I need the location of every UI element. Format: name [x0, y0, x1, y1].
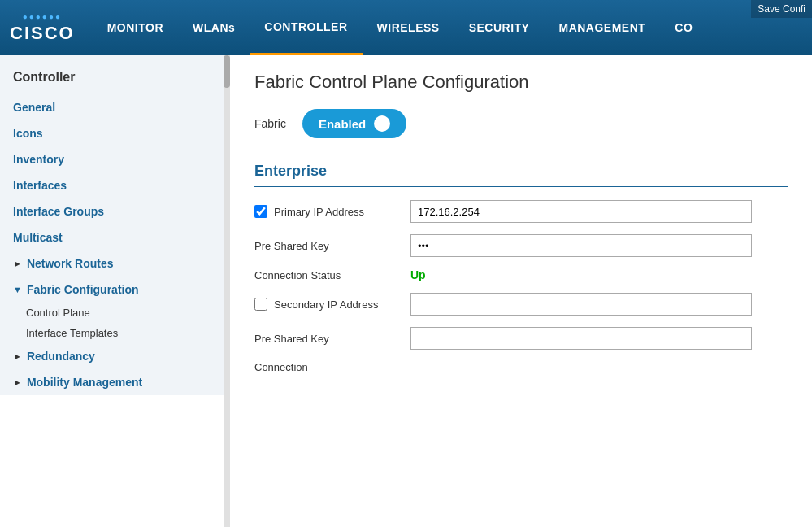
nav-security[interactable]: SECURITY — [454, 0, 545, 55]
nav-management[interactable]: MANAGEMENT — [544, 0, 660, 55]
secondary-psk-row: Pre Shared Key — [254, 327, 788, 350]
fabric-row: Fabric Enabled — [254, 109, 788, 138]
sidebar-item-icons[interactable]: Icons — [0, 120, 229, 146]
secondary-checkbox[interactable] — [254, 298, 267, 311]
sidebar-item-interfaces[interactable]: Interfaces — [0, 172, 229, 198]
secondary-psk-label: Pre Shared Key — [254, 333, 401, 345]
connection2-label: Connection — [254, 361, 401, 373]
enterprise-divider — [254, 186, 788, 187]
primary-ip-label: Primary IP Address — [274, 206, 364, 218]
page-title: Fabric Control Plane Configuration — [254, 72, 788, 93]
primary-psk-row: Pre Shared Key — [254, 234, 788, 257]
primary-psk-input[interactable] — [410, 234, 752, 257]
main-layout: Controller General Icons Inventory Inter… — [0, 55, 812, 527]
connection-status-value: Up — [410, 268, 426, 281]
fabric-config-arrow: ▼ — [13, 285, 22, 294]
save-config-link[interactable]: Save Confi — [751, 0, 812, 18]
redundancy-arrow: ► — [13, 351, 22, 361]
connection-status-row: Connection Status Up — [254, 268, 788, 281]
sidebar-subitem-interface-templates[interactable]: Interface Templates — [0, 323, 229, 343]
fabric-label: Fabric — [254, 117, 286, 130]
sidebar: Controller General Icons Inventory Inter… — [0, 55, 230, 527]
primary-ip-label-group: Primary IP Address — [254, 205, 401, 218]
sidebar-item-inventory[interactable]: Inventory — [0, 146, 229, 172]
scrollbar-track — [224, 55, 230, 527]
nav-controller[interactable]: CONTROLLER — [250, 0, 362, 55]
secondary-ip-row: Secondary IP Address — [254, 293, 788, 316]
nav-wireless[interactable]: WIRELESS — [363, 0, 454, 55]
content-area: Fabric Control Plane Configuration Fabri… — [230, 55, 812, 527]
sidebar-item-fabric-configuration[interactable]: ▼ Fabric Configuration — [0, 277, 229, 303]
top-nav: MONITOR WLANs CONTROLLER WIRELESS SECURI… — [93, 0, 812, 55]
secondary-ip-label-group: Secondary IP Address — [254, 298, 401, 311]
connection-status-label: Connection Status — [254, 269, 401, 281]
top-bar: ●●●●●● CISCO MONITOR WLANs CONTROLLER WI… — [0, 0, 812, 55]
cisco-logo: ●●●●●● CISCO — [0, 12, 85, 44]
sidebar-item-redundancy[interactable]: ► Redundancy — [0, 343, 229, 369]
nav-co[interactable]: CO — [660, 0, 707, 55]
secondary-psk-input[interactable] — [410, 327, 752, 350]
sidebar-item-general[interactable]: General — [0, 94, 229, 120]
connection2-row: Connection — [254, 361, 788, 373]
nav-monitor[interactable]: MONITOR — [93, 0, 178, 55]
sidebar-item-interface-groups[interactable]: Interface Groups — [0, 198, 229, 224]
mobility-arrow: ► — [13, 377, 22, 387]
primary-ip-input[interactable] — [410, 200, 752, 223]
toggle-circle-icon — [374, 115, 390, 132]
cisco-text: CISCO — [10, 23, 75, 44]
sidebar-subitem-control-plane[interactable]: Control Plane — [0, 303, 229, 323]
sidebar-item-network-routes[interactable]: ► Network Routes — [0, 250, 229, 277]
toggle-label: Enabled — [319, 117, 366, 131]
scrollbar-thumb[interactable] — [224, 55, 230, 88]
cisco-dots-icon: ●●●●●● — [23, 12, 62, 21]
secondary-ip-label: Secondary IP Address — [274, 298, 378, 311]
primary-checkbox[interactable] — [254, 205, 267, 218]
primary-ip-row: Primary IP Address — [254, 200, 788, 223]
secondary-ip-input[interactable] — [410, 293, 752, 316]
fabric-toggle-button[interactable]: Enabled — [302, 109, 406, 138]
primary-psk-label: Pre Shared Key — [254, 240, 401, 252]
sidebar-content: Controller General Icons Inventory Inter… — [0, 55, 230, 395]
sidebar-title: Controller — [0, 63, 229, 94]
nav-wlans[interactable]: WLANs — [178, 0, 250, 55]
sidebar-item-mobility-management[interactable]: ► Mobility Management — [0, 369, 229, 395]
enterprise-section-title: Enterprise — [254, 163, 788, 180]
sidebar-item-multicast[interactable]: Multicast — [0, 224, 229, 250]
network-routes-arrow: ► — [13, 259, 22, 268]
